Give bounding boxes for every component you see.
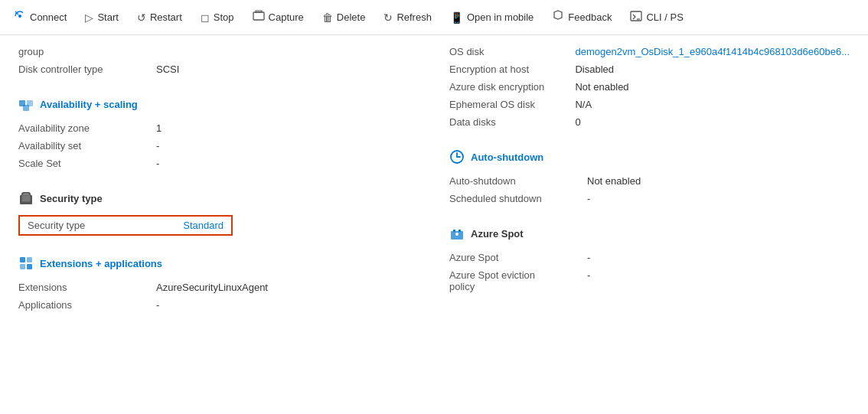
capture-label: Capture — [269, 11, 304, 23]
refresh-button[interactable]: ↻ Refresh — [376, 7, 439, 28]
toolbar: Connect ▷ Start ↺ Restart ◻ Stop Capture… — [0, 0, 868, 35]
restart-button[interactable]: ↺ Restart — [129, 7, 190, 28]
open-mobile-label: Open in mobile — [467, 11, 534, 23]
capture-button[interactable]: Capture — [245, 5, 312, 29]
table-row: group — [18, 43, 419, 60]
svg-rect-1 — [253, 12, 264, 20]
prop-value: N/A — [575, 96, 850, 113]
stop-button[interactable]: ◻ Stop — [193, 7, 242, 28]
left-column: group Disk controller type SCSI — [18, 43, 419, 406]
delete-button[interactable]: 🗑 Delete — [315, 7, 374, 28]
prop-label: Disk controller type — [18, 60, 156, 78]
extensions-icon — [18, 256, 34, 271]
start-label: Start — [97, 11, 118, 23]
prop-label: group — [18, 43, 156, 60]
main-content: group Disk controller type SCSI — [0, 35, 868, 414]
extensions-table: Extensions AzureSecurityLinuxAgent Appli… — [18, 279, 419, 314]
mobile-icon: 📱 — [450, 11, 463, 24]
os-disk-table: OS disk demogen2vm_OsDisk_1_e960a4f1414b… — [449, 43, 850, 131]
open-mobile-button[interactable]: 📱 Open in mobile — [442, 7, 541, 28]
svg-rect-2 — [256, 11, 262, 12]
svg-rect-12 — [27, 257, 32, 262]
prop-label: Extensions — [18, 279, 156, 296]
extensions-header: Extensions + applications — [18, 256, 419, 271]
security-icon — [18, 191, 34, 206]
availability-table: Availability zone 1 Availability set - S… — [18, 119, 419, 172]
prop-value — [156, 43, 419, 60]
prop-label: Data disks — [449, 113, 575, 131]
cli-ps-label: CLI / PS — [646, 11, 683, 23]
table-row: Azure disk encryption Not enabled — [449, 78, 850, 96]
extensions-title: Extensions + applications — [40, 258, 162, 269]
right-column: OS disk demogen2vm_OsDisk_1_e960a4f1414b… — [449, 43, 850, 406]
connect-label: Connect — [30, 11, 67, 23]
prop-value: demogen2vm_OsDisk_1_e960a4f1414b4c968103… — [575, 43, 850, 60]
table-row: Encryption at host Disabled — [449, 60, 850, 78]
autoshutdown-icon — [449, 149, 465, 165]
table-row: Auto-shutdown Not enabled — [449, 172, 850, 190]
prop-label: Auto-shutdown — [449, 172, 587, 190]
table-row: OS disk demogen2vm_OsDisk_1_e960a4f1414b… — [449, 43, 850, 60]
partial-top-table: group Disk controller type SCSI — [18, 43, 419, 78]
restart-label: Restart — [150, 11, 182, 23]
availability-title: Availability + scaling — [40, 99, 138, 110]
autoshutdown-title: Auto-shutdown — [471, 152, 543, 163]
table-row: Ephemeral OS disk N/A — [449, 96, 850, 113]
availability-header: Availability + scaling — [18, 96, 419, 112]
prop-value: AzureSecurityLinuxAgent — [156, 279, 419, 296]
refresh-label: Refresh — [396, 11, 432, 23]
availability-section: Availability + scaling Availability zone… — [18, 96, 419, 172]
extensions-section: Extensions + applications Extensions Azu… — [18, 256, 419, 314]
feedback-button[interactable]: Feedback — [544, 5, 619, 29]
start-button[interactable]: ▷ Start — [77, 7, 126, 28]
svg-rect-17 — [453, 230, 455, 232]
prop-value: 0 — [575, 113, 850, 131]
prop-value: SCSI — [156, 60, 419, 78]
table-row: Extensions AzureSecurityLinuxAgent — [18, 279, 419, 296]
security-highlighted-row: Security type Standard — [18, 215, 233, 236]
table-row: Scheduled shutdown - — [449, 190, 850, 207]
prop-label: Ephemeral OS disk — [449, 96, 575, 113]
prop-label: Scheduled shutdown — [449, 190, 587, 207]
prop-value: Not enabled — [575, 78, 850, 96]
refresh-icon: ↻ — [383, 11, 393, 24]
security-type-label: Security type — [28, 220, 85, 231]
security-title: Security type — [40, 193, 103, 204]
table-row: Scale Set - — [18, 155, 419, 172]
table-row: Availability zone 1 — [18, 119, 419, 137]
prop-label: Availability set — [18, 137, 156, 155]
prop-label: OS disk — [449, 43, 575, 60]
prop-label: Azure Spot evictionpolicy — [449, 266, 587, 295]
restart-icon: ↺ — [137, 11, 146, 24]
feedback-label: Feedback — [568, 11, 612, 23]
stop-icon: ◻ — [201, 11, 210, 24]
table-row: Azure Spot evictionpolicy - — [449, 266, 850, 295]
cli-icon — [630, 10, 642, 24]
prop-value: 1 — [156, 119, 419, 137]
security-section: Security type Security type Standard — [18, 191, 419, 237]
security-header: Security type — [18, 191, 419, 206]
capture-icon — [253, 10, 265, 24]
cli-ps-button[interactable]: CLI / PS — [622, 5, 690, 29]
autoshutdown-section: Auto-shutdown Auto-shutdown Not enabled … — [449, 149, 850, 207]
prop-label: Applications — [18, 296, 156, 314]
svg-rect-14 — [27, 264, 32, 269]
stop-label: Stop — [214, 11, 234, 23]
feedback-icon — [552, 10, 564, 24]
table-row: Data disks 0 — [449, 113, 850, 131]
azurespot-section: Azure Spot Azure Spot - Azure Spot evict… — [449, 226, 850, 295]
prop-value: - — [587, 190, 850, 207]
table-row: Azure Spot - — [449, 249, 850, 266]
security-type-value[interactable]: Standard — [183, 220, 224, 231]
svg-rect-13 — [20, 264, 25, 269]
azurespot-icon — [449, 226, 465, 241]
prop-value: Not enabled — [587, 172, 850, 190]
connect-button[interactable]: Connect — [6, 5, 74, 29]
os-disk-section: OS disk demogen2vm_OsDisk_1_e960a4f1414b… — [449, 43, 850, 131]
prop-value: - — [156, 155, 419, 172]
svg-point-0 — [18, 15, 21, 18]
prop-label: Azure Spot — [449, 249, 587, 266]
prop-value: - — [587, 266, 850, 295]
svg-point-19 — [455, 233, 458, 236]
azurespot-title: Azure Spot — [471, 228, 524, 240]
